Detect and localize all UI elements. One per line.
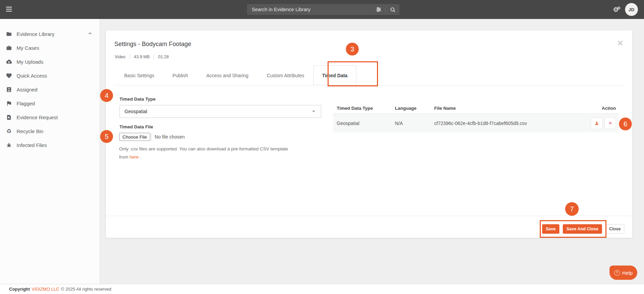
- assignment-icon: [6, 86, 12, 93]
- annotation-badge-7: 7: [565, 202, 579, 216]
- briefcase-icon: [6, 45, 12, 51]
- menu-icon[interactable]: [6, 7, 12, 12]
- tab-publish[interactable]: Publish: [163, 65, 197, 85]
- rights-text: © 2025 All rights reserved: [61, 287, 111, 292]
- sidebar-item-label: Quick Access: [17, 73, 47, 79]
- sidebar-item-evidence-library[interactable]: Evidence Library: [0, 27, 99, 41]
- col-header-action: Action: [583, 106, 616, 111]
- sidebar-item-label: Flagged: [17, 101, 35, 106]
- top-bar: ⚙⚙ JD: [0, 0, 644, 19]
- close-icon[interactable]: [616, 39, 625, 49]
- flag-icon: [6, 100, 12, 107]
- dialog-title: Settings - Bodycam Footage: [114, 41, 191, 48]
- timed-data-table: Timed Data Type Language File Name Actio…: [333, 103, 619, 132]
- copyright-label: Copyright: [9, 287, 30, 292]
- cell-file-name: cf72396c-062e-4cfb-b1d8-f7cabef605d9.csv: [434, 121, 583, 126]
- search-input[interactable]: [247, 4, 372, 15]
- tab-access-and-sharing[interactable]: Access and Sharing: [197, 65, 258, 85]
- timed-data-type-label: Timed Data Type: [119, 97, 156, 102]
- csv-hint-text: Only .csv files are supported. You can a…: [119, 145, 349, 161]
- sidebar-item-my-uploads[interactable]: My Uploads: [0, 55, 99, 69]
- col-header-file-name: File Name: [434, 106, 583, 111]
- cloud-upload-icon: [6, 59, 12, 65]
- company-link[interactable]: VIDIZMO LLC: [31, 287, 59, 292]
- media-type: Video: [115, 55, 126, 59]
- recycle-icon: ♻: [6, 128, 12, 134]
- table-row: Geospatial N/A cf72396c-062e-4cfb-b1d8-f…: [333, 114, 619, 132]
- tab-basic-settings[interactable]: Basic Settings: [115, 65, 163, 85]
- sidebar-item-label: Recycle Bin: [17, 128, 43, 134]
- filter-icon[interactable]: [372, 4, 385, 15]
- page-footer: Copyright VIDIZMO LLC © 2025 All rights …: [0, 284, 644, 294]
- annotation-badge-6: 6: [619, 118, 632, 130]
- search-icon[interactable]: [386, 4, 399, 15]
- meta-divider: [130, 54, 130, 59]
- csv-template-link[interactable]: here: [130, 154, 139, 160]
- question-icon: ?: [614, 270, 620, 276]
- settings-gears-icon[interactable]: ⚙⚙: [613, 6, 621, 13]
- sidebar-item-label: Assigned: [17, 87, 38, 92]
- annotation-rect-save-buttons: [540, 220, 606, 238]
- sidebar-item-label: Evidence Library: [17, 31, 54, 37]
- choose-file-button[interactable]: Choose File: [119, 133, 150, 141]
- media-duration: 01:28: [158, 55, 169, 59]
- tab-custom-attributes[interactable]: Custom Attributes: [258, 65, 313, 85]
- sidebar-item-infected-files[interactable]: Infected Files: [0, 138, 99, 152]
- footer-divider: [106, 216, 632, 216]
- document-request-icon: [6, 114, 12, 121]
- close-button[interactable]: Close: [605, 224, 624, 234]
- sidebar-item-label: Evidence Request: [17, 114, 58, 120]
- sidebar: Evidence Library My Cases My Uploads Qui…: [0, 19, 100, 284]
- chevron-up-icon[interactable]: [87, 31, 93, 37]
- help-label: Help: [622, 270, 633, 276]
- sidebar-item-label: My Uploads: [17, 59, 43, 65]
- tab-bar: Basic Settings Publish Access and Sharin…: [115, 65, 356, 85]
- timed-data-type-select[interactable]: Geospatial: [119, 105, 321, 118]
- cell-type: Geospatial: [337, 121, 395, 126]
- folder-icon: [6, 31, 12, 37]
- sidebar-item-my-cases[interactable]: My Cases: [0, 41, 99, 55]
- annotation-badge-3: 3: [346, 43, 359, 56]
- sidebar-item-evidence-request[interactable]: Evidence Request: [0, 110, 99, 124]
- col-header-type: Timed Data Type: [337, 106, 395, 111]
- sidebar-item-assigned[interactable]: Assigned: [0, 83, 99, 97]
- timed-data-file-label: Timed Data File: [119, 124, 153, 129]
- media-size: 43.9 MB: [134, 55, 150, 59]
- cell-actions: [583, 118, 616, 129]
- no-file-chosen-text: No file chosen: [155, 134, 185, 140]
- delete-x-button[interactable]: [604, 118, 616, 129]
- sidebar-item-flagged[interactable]: Flagged: [0, 97, 99, 110]
- col-header-language: Language: [395, 106, 434, 111]
- annotation-rect-timed-data-tab: [328, 61, 378, 86]
- selected-option: Geospatial: [125, 109, 147, 114]
- search-bar: [247, 4, 399, 15]
- sidebar-item-recycle-bin[interactable]: ♻ Recycle Bin: [0, 124, 99, 138]
- file-input-divider: [151, 133, 151, 141]
- meta-divider: [154, 54, 154, 59]
- sidebar-item-quick-access[interactable]: Quick Access: [0, 69, 99, 83]
- media-meta: Video 43.9 MB 01:28: [115, 54, 169, 59]
- heart-icon: [6, 72, 12, 79]
- help-button[interactable]: ? Help: [609, 266, 637, 280]
- sidebar-item-label: Infected Files: [17, 142, 47, 148]
- sidebar-item-label: My Cases: [17, 45, 39, 51]
- avatar[interactable]: JD: [625, 3, 638, 16]
- annotation-badge-5: 5: [100, 130, 113, 143]
- chevron-down-icon: [311, 109, 316, 114]
- annotation-badge-4: 4: [100, 89, 113, 102]
- download-button[interactable]: [591, 118, 602, 129]
- bug-icon: [6, 142, 12, 148]
- file-input: Choose File No file chosen: [119, 133, 185, 141]
- topbar-right: ⚙⚙ JD: [613, 0, 638, 19]
- cell-language: N/A: [395, 121, 434, 126]
- table-header-row: Timed Data Type Language File Name Actio…: [333, 103, 619, 114]
